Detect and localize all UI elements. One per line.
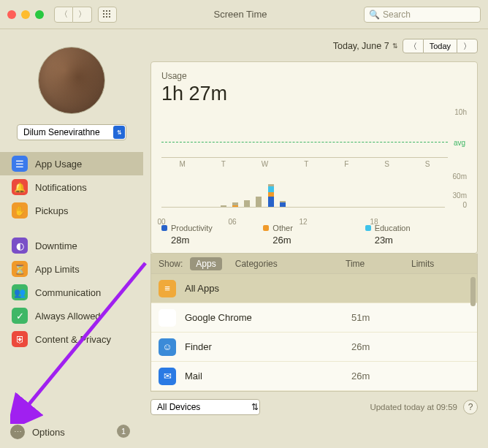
svg-rect-3 bbox=[103, 13, 104, 15]
sidebar: Dilum Senevirathne ⇅ ☰App Usage🔔Notifica… bbox=[0, 29, 143, 448]
app-time: 51m bbox=[351, 312, 417, 323]
x-tick: T bbox=[221, 160, 226, 168]
date-label: Today, June 7 bbox=[333, 41, 389, 51]
x-tick: 06 bbox=[228, 218, 236, 226]
user-select[interactable]: Dilum Senevirathne ⇅ bbox=[17, 124, 126, 140]
legend-swatch bbox=[365, 225, 371, 231]
window-controls bbox=[7, 10, 44, 19]
search-icon: 🔍 bbox=[369, 10, 380, 20]
people-icon: 👥 bbox=[12, 284, 28, 300]
svg-rect-1 bbox=[106, 10, 107, 12]
next-day-button[interactable]: 〉 bbox=[457, 39, 478, 53]
window-title: Screen Time bbox=[117, 9, 364, 20]
scrollbar[interactable] bbox=[470, 277, 476, 306]
table-row[interactable]: ✉Mail26m bbox=[151, 362, 477, 391]
sidebar-item-communication[interactable]: 👥Communication bbox=[0, 281, 143, 304]
sidebar-item-label: Notifications bbox=[35, 182, 87, 193]
sidebar-item-app-usage[interactable]: ☰App Usage bbox=[0, 152, 143, 175]
legend-swatch bbox=[161, 225, 167, 231]
usage-total: 1h 27m bbox=[161, 83, 467, 105]
svg-rect-5 bbox=[109, 13, 110, 15]
user-name: Dilum Senevirathne bbox=[23, 127, 100, 137]
grid-view-button[interactable] bbox=[98, 7, 117, 23]
app-icon: ✉ bbox=[159, 368, 176, 385]
app-table: ≡All Apps◉Google Chrome51m☺Finder26m✉Mai… bbox=[150, 274, 478, 392]
chart-legend: Productivity28mOther26mEducation23m bbox=[161, 224, 467, 246]
svg-rect-8 bbox=[109, 16, 110, 18]
sidebar-item-label: App Usage bbox=[35, 159, 82, 170]
bars-icon: ☰ bbox=[12, 156, 28, 172]
forward-button[interactable]: 〉 bbox=[73, 7, 92, 23]
x-tick: T bbox=[304, 160, 308, 168]
legend-label: Productivity bbox=[171, 224, 213, 232]
app-time: 26m bbox=[351, 371, 417, 381]
svg-rect-6 bbox=[103, 16, 104, 18]
device-select[interactable]: All Devices ⇅ bbox=[150, 399, 260, 415]
sidebar-item-content-privacy[interactable]: ⛨Content & Privacy bbox=[0, 327, 143, 351]
y-tick: 30m bbox=[453, 191, 467, 200]
avatar[interactable] bbox=[38, 47, 105, 114]
sidebar-item-downtime[interactable]: ◐Downtime bbox=[0, 234, 143, 257]
y-tick: 10h bbox=[454, 108, 467, 116]
date-picker[interactable]: Today, June 7 ⇅ bbox=[333, 41, 398, 51]
nav-buttons: 〈 〉 bbox=[54, 7, 92, 23]
bell-icon: 🔔 bbox=[12, 179, 28, 195]
hourly-chart: 60m 30m 0 00061218 bbox=[161, 174, 467, 218]
chevron-updown-icon: ⇅ bbox=[392, 42, 398, 50]
table-row[interactable]: ◉Google Chrome51m bbox=[151, 303, 477, 333]
today-button[interactable]: Today bbox=[424, 39, 457, 53]
legend-item: Productivity28m bbox=[161, 224, 263, 246]
show-label: Show: bbox=[159, 259, 183, 269]
app-name: Google Chrome bbox=[185, 312, 343, 323]
shield-icon: ⛨ bbox=[12, 331, 28, 347]
legend-item: Education23m bbox=[365, 224, 467, 246]
svg-rect-0 bbox=[103, 10, 104, 12]
legend-value: 23m bbox=[375, 235, 467, 246]
x-tick: 00 bbox=[157, 218, 165, 226]
close-icon[interactable] bbox=[7, 10, 16, 19]
legend-label: Education bbox=[375, 224, 411, 232]
app-icon: ◉ bbox=[159, 309, 176, 327]
legend-swatch bbox=[263, 225, 269, 231]
prev-day-button[interactable]: 〈 bbox=[403, 39, 424, 53]
col-time: Time bbox=[346, 259, 404, 269]
zoom-icon[interactable] bbox=[35, 10, 44, 19]
table-row[interactable]: ☺Finder26m bbox=[151, 333, 477, 362]
svg-rect-4 bbox=[106, 13, 107, 15]
legend-label: Other bbox=[272, 224, 293, 232]
back-button[interactable]: 〈 bbox=[54, 7, 73, 23]
weekly-chart: 10h avg MTWTFSS bbox=[161, 110, 467, 168]
help-button[interactable]: ? bbox=[463, 400, 478, 414]
y-tick: 0 bbox=[462, 201, 467, 209]
check-icon: ✓ bbox=[12, 308, 28, 324]
table-row[interactable]: ≡All Apps bbox=[151, 274, 477, 303]
y-tick: 60m bbox=[453, 172, 467, 181]
x-tick: S bbox=[425, 160, 430, 168]
minimize-icon[interactable] bbox=[21, 10, 30, 19]
options-label: Options bbox=[32, 427, 65, 438]
tab-categories[interactable]: Categories bbox=[229, 257, 283, 270]
chevron-updown-icon: ⇅ bbox=[113, 126, 125, 139]
x-tick: M bbox=[179, 160, 185, 168]
options-button[interactable]: ⋯ Options bbox=[10, 425, 65, 439]
options-badge: 1 bbox=[117, 425, 130, 438]
sidebar-item-pickups[interactable]: ✋Pickups bbox=[0, 199, 143, 222]
sidebar-item-notifications[interactable]: 🔔Notifications bbox=[0, 175, 143, 199]
x-tick: 12 bbox=[299, 218, 307, 226]
usage-card: Usage 1h 27m 10h avg MTWTFSS 60m 30m 0 0… bbox=[150, 61, 478, 254]
hourglass-icon: ⏳ bbox=[12, 261, 28, 277]
sidebar-item-label: Pickups bbox=[35, 205, 69, 216]
legend-value: 26m bbox=[272, 235, 365, 246]
tab-apps[interactable]: Apps bbox=[190, 257, 221, 270]
app-name: All Apps bbox=[185, 283, 343, 294]
chevron-updown-icon: ⇅ bbox=[251, 402, 259, 412]
search-input[interactable]: 🔍 Search bbox=[364, 7, 481, 23]
device-label: All Devices bbox=[157, 402, 200, 412]
clock-icon: ◐ bbox=[12, 238, 28, 254]
app-icon: ☺ bbox=[159, 338, 176, 356]
sidebar-item-app-limits[interactable]: ⏳App Limits bbox=[0, 257, 143, 281]
avg-label: avg bbox=[454, 139, 465, 147]
titlebar: 〈 〉 Screen Time 🔍 Search bbox=[0, 0, 488, 29]
sidebar-item-always-allowed[interactable]: ✓Always Allowed bbox=[0, 304, 143, 327]
legend-item: Other26m bbox=[263, 224, 365, 246]
